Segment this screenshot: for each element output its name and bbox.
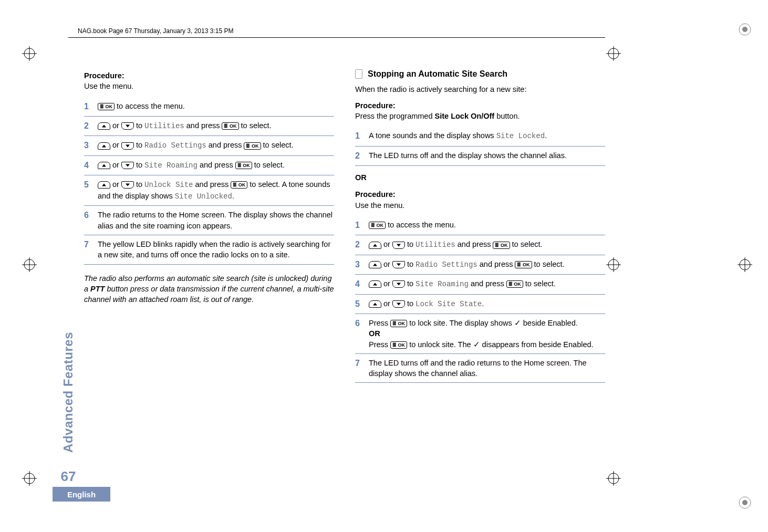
step-text: and press <box>193 180 231 189</box>
step-text: . <box>545 131 547 140</box>
step-number: 3 <box>355 259 362 270</box>
step-text: Press <box>369 319 390 327</box>
procedure-label: Procedure: <box>84 70 334 81</box>
step: 3 or to Radio Settings and press ≣ OK to… <box>84 136 334 155</box>
ok-button-icon: ≣ OK <box>231 181 247 189</box>
left-column: Procedure: Use the menu. 1 ≣ OK to acces… <box>84 68 334 500</box>
up-arrow-icon <box>98 162 110 169</box>
step-body: or to Site Roaming and press ≣ OK to sel… <box>98 160 334 171</box>
ok-button-icon: ≣ OK <box>390 320 407 327</box>
step-number: 6 <box>84 210 91 231</box>
step: 2 or to Utilities and press ≣ OK to sele… <box>84 117 334 136</box>
step-text: . <box>232 192 234 200</box>
step-number: 7 <box>355 358 362 379</box>
language-bar: English <box>53 487 110 502</box>
side-tab: Advanced Features 67 <box>53 68 84 500</box>
step-body: or to Lock Site State. <box>369 298 605 310</box>
step-body: The LED turns off and the radio returns … <box>369 358 605 379</box>
step-number: 2 <box>355 239 362 251</box>
step: 6 Press ≣ OK to lock site. The display s… <box>355 314 605 354</box>
procedure-sub: Press the programmed Site Lock On/Off bu… <box>355 111 605 121</box>
page-number: 67 <box>61 468 76 485</box>
up-arrow-icon <box>98 122 110 130</box>
step-text: to <box>405 240 416 248</box>
note-bold: PTT <box>90 285 105 293</box>
step-text: and press <box>478 260 515 268</box>
svg-point-21 <box>742 500 748 505</box>
step-number: 7 <box>84 239 91 260</box>
step-text: and press <box>455 240 493 248</box>
page-content: Advanced Features 67 Procedure: Use the … <box>53 68 605 500</box>
up-arrow-icon <box>369 261 381 268</box>
step: 1 ≣ OK to access the menu. <box>84 97 334 117</box>
up-arrow-icon <box>369 280 381 288</box>
step-text: to lock site. The display shows ✓ beside… <box>407 319 578 327</box>
step-number: 1 <box>84 101 91 112</box>
print-reg-mark-icon <box>22 257 37 272</box>
ok-button-icon: ≣ OK <box>369 222 386 229</box>
down-arrow-icon <box>121 142 134 150</box>
print-reg-mark-icon <box>606 257 621 272</box>
step-text: to <box>405 299 416 308</box>
menu-option: Utilities <box>144 122 184 130</box>
down-arrow-icon <box>121 162 134 169</box>
print-reg-mark-icon <box>22 471 37 486</box>
step-text: to select. <box>510 240 543 248</box>
step-number: 4 <box>84 160 91 171</box>
menu-option: Lock Site State <box>416 300 482 308</box>
step-text: to select. <box>239 121 272 130</box>
step-number: 6 <box>355 318 362 350</box>
step-body: Press ≣ OK to lock site. The display sho… <box>369 318 605 350</box>
ok-button-icon: ≣ OK <box>390 341 407 349</box>
step: 7 The yellow LED blinks rapidly when the… <box>84 235 334 265</box>
step-text: to <box>134 161 144 169</box>
display-text: Site Unlocked <box>175 192 232 201</box>
print-reg-mark-icon <box>738 257 752 272</box>
ok-button-icon: ≣ OK <box>222 122 238 130</box>
down-arrow-icon <box>392 261 405 268</box>
step-text: and press <box>198 161 235 169</box>
step-text: to select. <box>532 260 565 268</box>
down-arrow-icon <box>392 300 405 308</box>
section-label: Advanced Features <box>61 332 76 453</box>
step: 5 or to Lock Site State. <box>355 295 605 314</box>
up-arrow-icon <box>369 242 381 249</box>
step-text: to access the menu. <box>115 102 185 110</box>
step: 3 or to Radio Settings and press ≣ OK to… <box>355 255 605 275</box>
step: 7 The LED turns off and the radio return… <box>355 354 605 383</box>
up-arrow-icon <box>98 142 110 150</box>
step-text: to <box>405 279 416 288</box>
step-body: or to Utilities and press ≣ OK to select… <box>369 239 605 251</box>
step-body: A tone sounds and the display shows Site… <box>369 130 605 142</box>
step-text: to <box>405 260 416 268</box>
menu-option: Site Roaming <box>416 280 469 288</box>
ok-button-icon: ≣ OK <box>235 162 252 169</box>
print-reg-mark-icon <box>738 495 752 510</box>
print-reg-mark-icon <box>606 46 621 61</box>
right-column: Stopping an Automatic Site Search When t… <box>355 68 605 500</box>
step: 4 or to Site Roaming and press ≣ OK to s… <box>84 156 334 175</box>
step-number: 1 <box>355 130 362 142</box>
display-text: Site Locked <box>496 132 545 140</box>
book-header-line: NAG.book Page 67 Thursday, January 3, 20… <box>78 27 233 35</box>
step-text: and press <box>184 121 222 130</box>
step-number: 2 <box>355 150 362 162</box>
step: 2 or to Utilities and press ≣ OK to sele… <box>355 235 605 255</box>
menu-option: Utilities <box>416 241 455 249</box>
ok-button-icon: ≣ OK <box>493 242 510 249</box>
ok-button-icon: ≣ OK <box>98 103 115 110</box>
ok-button-icon: ≣ OK <box>515 261 532 268</box>
procedure-sub: Use the menu. <box>355 200 605 211</box>
ok-button-icon: ≣ OK <box>506 280 523 288</box>
step: 6 The radio returns to the Home screen. … <box>84 206 334 235</box>
step-body: or to Radio Settings and press ≣ OK to s… <box>98 140 334 151</box>
step-body: or to Site Roaming and press ≣ OK to sel… <box>369 278 605 290</box>
step-body: The radio returns to the Home screen. Th… <box>98 210 334 231</box>
step-body: or to Unlock Site and press ≣ OK to sele… <box>98 179 334 202</box>
step: 5 or to Unlock Site and press ≣ OK to se… <box>84 175 334 206</box>
step-number: 4 <box>355 278 362 290</box>
step-text: to select. <box>261 141 294 149</box>
step-number: 5 <box>355 298 362 310</box>
step-text: to access the menu. <box>386 221 456 229</box>
step-number: 5 <box>84 179 91 202</box>
